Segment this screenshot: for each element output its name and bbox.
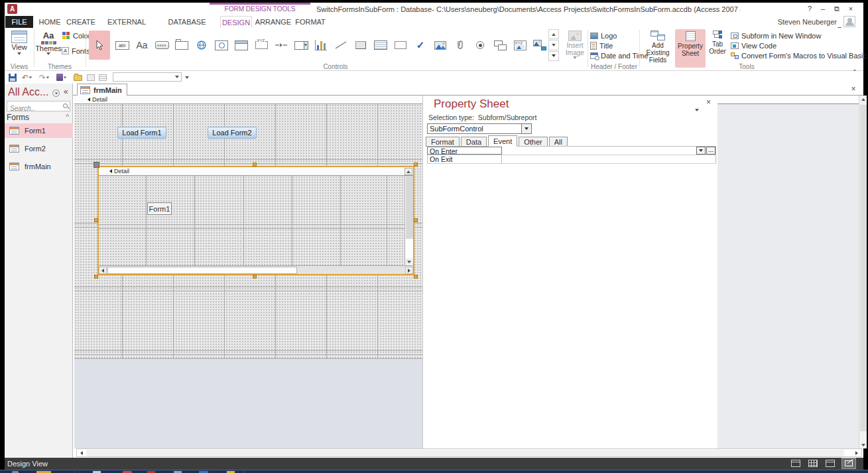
layout-view-icon[interactable] [826,460,835,467]
web-browser-control-icon[interactable] [214,31,229,60]
user-avatar[interactable] [843,16,855,27]
document-close-icon[interactable]: × [849,84,858,94]
unbound-object-frame-icon[interactable] [532,31,548,60]
chart-icon[interactable] [313,31,329,60]
scrollbar-thumb[interactable] [86,450,844,456]
nav-group-forms[interactable]: Forms ^ [7,113,70,123]
group-collapse-icon[interactable]: ^ [66,113,69,121]
property-row-on-enter[interactable]: On Enter … [427,147,716,155]
attachment-icon[interactable] [452,31,468,60]
nav-item-form1[interactable]: Form1 [5,123,73,138]
ps-tab-all[interactable]: All [549,137,568,147]
shutter-close-icon[interactable]: « [64,87,68,96]
qat-combobox[interactable] [113,72,182,82]
detail-section-bar[interactable]: Detail [74,96,422,104]
themes-button[interactable]: Aa Themes [36,29,60,68]
subform-scroll-down-icon[interactable] [405,258,413,265]
load-form2-button[interactable]: Load Form2 [208,127,257,139]
resize-handle-top-right[interactable] [414,163,418,167]
resize-handle-bottom-left[interactable] [94,275,98,279]
subform-form1-label[interactable]: Form1 [147,202,172,215]
redo-button[interactable]: ↷ [39,73,50,82]
ps-tab-data[interactable]: Data [461,137,487,147]
property-row-on-exit[interactable]: On Exit [427,155,716,164]
move-handle[interactable] [93,162,99,168]
scrollbar-thumb[interactable] [860,105,867,431]
qat-overflow-button[interactable] [185,73,189,82]
close-button[interactable]: × [845,3,857,14]
datasheet-view-icon[interactable] [808,460,818,467]
insert-image-button[interactable]: Insert Image [562,29,588,68]
toggle-button-icon[interactable] [353,31,369,60]
page-break-icon[interactable] [273,31,289,60]
design-view-icon[interactable] [841,458,856,469]
minimize-button[interactable]: – [817,3,829,14]
load-form1-button[interactable]: Load Form1 [117,127,166,139]
tab-control-icon[interactable] [174,31,190,60]
property-sheet-close-icon[interactable]: × [706,98,711,107]
tab-file[interactable]: FILE [5,16,33,28]
nav-item-frmmain[interactable]: frmMain [5,159,73,174]
subform-scroll-up-icon[interactable] [404,168,412,175]
search-icon[interactable] [63,103,68,108]
horizontal-scrollbar[interactable] [76,448,862,457]
add-existing-fields-button[interactable]: Add Existing Fields [642,29,674,68]
hyperlink-icon[interactable] [194,31,210,60]
gallery-more-icon[interactable] [548,51,559,61]
builder-button[interactable]: … [706,147,715,155]
nav-pin-icon[interactable] [52,90,60,97]
tab-design[interactable]: DESIGN [220,16,252,28]
signed-in-user[interactable]: Steven Neuberger [778,16,837,28]
line-icon[interactable] [333,31,349,60]
check-box-icon[interactable]: ✓ [412,31,428,60]
subform-detail-section-bar[interactable]: Detail [99,167,413,176]
title-button[interactable]: Title [590,40,613,50]
ps-tab-other[interactable]: Other [519,137,548,147]
convert-macros-button[interactable]: Convert Form's Macros to Visual Basic [731,50,867,60]
resize-handle-top[interactable] [253,163,257,167]
image-control-icon[interactable] [432,31,448,60]
scroll-down-icon[interactable] [859,441,867,448]
help-button[interactable]: ? [804,3,816,14]
combo-box-icon[interactable] [293,31,309,60]
selection-combobox[interactable]: SubFormControl [427,123,532,134]
value-dropdown-icon[interactable] [696,147,706,155]
tab-home[interactable]: HOME [36,16,64,28]
qat-list-button[interactable] [99,73,107,82]
qat-window-button[interactable] [87,73,95,82]
subform-control[interactable]: Detail Form1 [97,166,414,275]
tab-external-data[interactable]: EXTERNAL DATA [98,16,155,28]
subform-scroll-right-icon[interactable] [405,267,413,274]
subform-subreport-icon[interactable] [492,31,508,60]
select-pointer-icon[interactable] [89,31,110,60]
subform-vertical-scrollbar[interactable] [404,176,413,265]
save-button[interactable] [9,73,17,82]
option-button-icon[interactable] [472,31,488,60]
list-box-icon[interactable] [373,31,389,60]
property-sheet-button[interactable]: Property Sheet [675,29,706,68]
label-icon[interactable]: Aa [134,31,150,60]
combobox-dropdown-icon[interactable] [521,124,531,133]
gallery-scroll-down-icon[interactable] [548,40,559,50]
tab-arrange[interactable]: ARRANGE [255,16,292,28]
property-sheet-menu-icon[interactable] [695,102,699,114]
rectangle-icon[interactable] [393,31,408,60]
ps-tab-format[interactable]: Format [426,137,460,147]
navigation-control-icon[interactable] [233,31,249,60]
resize-handle-bottom[interactable] [253,275,257,279]
scrollbar-thumb[interactable] [107,267,297,274]
subform-new-window-button[interactable]: Subform in New Window [731,31,821,40]
tab-order-button[interactable]: Tab Order [707,29,728,68]
scroll-up-icon[interactable] [859,96,867,103]
document-tab-frmmain[interactable]: frmMain [77,84,127,96]
nav-item-form2[interactable]: Form2 [5,141,73,156]
tab-create[interactable]: CREATE [65,16,97,28]
logo-button[interactable]: Logo [590,31,617,40]
scroll-right-icon[interactable] [853,449,861,456]
on-exit-value-cell[interactable] [502,155,716,163]
gallery-scroll-up-icon[interactable] [548,29,559,39]
design-tools-button[interactable] [56,73,67,82]
view-code-button[interactable]: View Code [731,40,776,50]
resize-handle-right[interactable] [414,218,418,222]
subform-scroll-left-icon[interactable] [99,267,107,274]
